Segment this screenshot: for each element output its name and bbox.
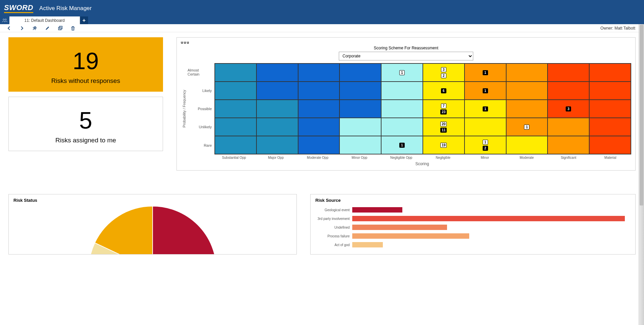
scrollbar[interactable] bbox=[639, 24, 644, 325]
bar-label: Process failure bbox=[315, 234, 352, 238]
matrix-badge[interactable]: 11 bbox=[440, 128, 447, 133]
pie-chart[interactable] bbox=[89, 206, 216, 254]
matrix-cell[interactable] bbox=[506, 100, 548, 118]
add-tab-button[interactable]: + bbox=[80, 16, 88, 24]
risk-status-panel: Risk Status bbox=[8, 194, 297, 254]
scheme-select[interactable]: Corporate bbox=[339, 52, 473, 60]
matrix-badge[interactable]: 1 bbox=[483, 106, 488, 111]
matrix-cell[interactable] bbox=[465, 118, 506, 136]
matrix-cell[interactable] bbox=[339, 118, 381, 136]
matrix-cell[interactable] bbox=[256, 63, 298, 82]
matrix-cell[interactable]: 723 bbox=[423, 100, 465, 118]
matrix-cell[interactable] bbox=[256, 118, 298, 136]
matrix-cell[interactable] bbox=[215, 100, 256, 118]
matrix-cell[interactable] bbox=[506, 82, 548, 100]
x-tick: Negligible bbox=[422, 154, 464, 159]
matrix-cell[interactable] bbox=[256, 100, 298, 118]
matrix-cell[interactable]: 2011 bbox=[423, 118, 465, 136]
matrix-cell[interactable]: 32 bbox=[423, 63, 465, 82]
y-tick: Possible bbox=[188, 100, 214, 118]
matrix-cell[interactable] bbox=[298, 100, 340, 118]
matrix-cell[interactable] bbox=[381, 118, 423, 136]
matrix-cell[interactable] bbox=[589, 100, 631, 118]
svg-rect-3 bbox=[59, 26, 62, 29]
kpi-risks-assigned-to-me[interactable]: 5 Risks assigned to me bbox=[8, 97, 163, 151]
tab-label: 11: Default Dashboard bbox=[24, 18, 65, 23]
matrix-cell[interactable] bbox=[215, 82, 256, 100]
matrix-badge[interactable]: 19 bbox=[440, 143, 447, 148]
matrix-cell[interactable] bbox=[548, 63, 589, 82]
x-axis-label: Scoring bbox=[213, 161, 631, 166]
bar-label: 3rd party involvement bbox=[315, 217, 352, 221]
matrix-badge[interactable]: 6 bbox=[441, 88, 446, 93]
matrix-cell[interactable] bbox=[381, 100, 423, 118]
matrix-cell[interactable] bbox=[215, 136, 256, 154]
matrix-cell[interactable] bbox=[381, 82, 423, 100]
bar-row[interactable]: Process failure bbox=[315, 232, 631, 240]
matrix-badge[interactable]: 2 bbox=[441, 73, 446, 78]
matrix-cell[interactable] bbox=[298, 63, 340, 82]
matrix-cell[interactable] bbox=[506, 136, 548, 154]
scrollbar-thumb[interactable] bbox=[640, 25, 643, 205]
matrix-cell[interactable] bbox=[339, 100, 381, 118]
matrix-cell[interactable] bbox=[298, 118, 340, 136]
matrix-badge[interactable]: 1 bbox=[483, 70, 488, 75]
matrix-cell[interactable]: 1 bbox=[465, 82, 506, 100]
bar-row[interactable]: Act of god bbox=[315, 240, 631, 249]
risk-matrix-grid[interactable]: 132161723132011111912 bbox=[214, 63, 631, 154]
matrix-cell[interactable]: 12 bbox=[465, 136, 506, 154]
matrix-cell[interactable] bbox=[298, 136, 340, 154]
matrix-badge[interactable]: 20 bbox=[440, 122, 447, 127]
matrix-cell[interactable] bbox=[589, 63, 631, 82]
matrix-cell[interactable]: 1 bbox=[506, 118, 548, 136]
dashboard: 19 Risks without responses 5 Risks assig… bbox=[0, 32, 644, 325]
matrix-cell[interactable] bbox=[339, 63, 381, 82]
matrix-badge[interactable]: 1 bbox=[399, 70, 405, 75]
matrix-cell[interactable]: 3 bbox=[548, 100, 589, 118]
matrix-cell[interactable]: 19 bbox=[423, 136, 465, 154]
bar-row[interactable]: Geological event bbox=[315, 205, 631, 214]
matrix-cell[interactable] bbox=[506, 63, 548, 82]
matrix-cell[interactable] bbox=[256, 82, 298, 100]
matrix-cell[interactable] bbox=[215, 118, 256, 136]
matrix-cell[interactable]: 1 bbox=[465, 100, 506, 118]
delete-button[interactable] bbox=[67, 24, 79, 32]
matrix-badge[interactable]: 7 bbox=[441, 103, 446, 108]
matrix-badge[interactable]: 1 bbox=[483, 140, 488, 145]
bar-label: Act of god bbox=[315, 243, 352, 247]
unpin-button[interactable] bbox=[28, 24, 41, 32]
bar-row[interactable]: Undefined bbox=[315, 223, 631, 232]
matrix-cell[interactable] bbox=[548, 136, 589, 154]
matrix-cell[interactable] bbox=[256, 136, 298, 154]
matrix-cell[interactable]: 1 bbox=[381, 63, 423, 82]
matrix-badge[interactable]: 3 bbox=[441, 67, 446, 72]
matrix-cell[interactable] bbox=[548, 82, 589, 100]
matrix-cell[interactable]: 1 bbox=[465, 63, 506, 82]
group-icon[interactable] bbox=[0, 16, 9, 24]
matrix-cell[interactable] bbox=[589, 136, 631, 154]
matrix-cell[interactable] bbox=[215, 63, 256, 82]
matrix-badge[interactable]: 3 bbox=[566, 106, 571, 111]
copy-button[interactable] bbox=[54, 24, 67, 32]
edit-button[interactable] bbox=[41, 24, 54, 32]
matrix-badge[interactable]: 1 bbox=[483, 88, 488, 93]
matrix-cell[interactable] bbox=[339, 82, 381, 100]
matrix-cell[interactable] bbox=[589, 118, 631, 136]
matrix-badge[interactable]: 2 bbox=[483, 146, 488, 151]
matrix-cell[interactable] bbox=[548, 118, 589, 136]
matrix-cell[interactable]: 6 bbox=[423, 82, 465, 100]
matrix-badge[interactable]: 1 bbox=[399, 143, 405, 148]
bar-row[interactable]: 3rd party involvement bbox=[315, 214, 631, 223]
matrix-badge[interactable]: 1 bbox=[524, 125, 529, 130]
tab-default-dashboard[interactable]: 11: Default Dashboard bbox=[9, 16, 80, 24]
matrix-cell[interactable] bbox=[298, 82, 340, 100]
matrix-cell[interactable] bbox=[589, 82, 631, 100]
matrix-badge[interactable]: 23 bbox=[440, 109, 447, 114]
forward-button[interactable] bbox=[15, 24, 28, 32]
matrix-cell[interactable]: 1 bbox=[381, 136, 423, 154]
bar-label: Undefined bbox=[315, 226, 352, 229]
matrix-cell[interactable] bbox=[339, 136, 381, 154]
bar-chart[interactable]: Geological event3rd party involvementUnd… bbox=[315, 205, 631, 249]
back-button[interactable] bbox=[3, 24, 15, 32]
kpi-risks-without-responses[interactable]: 19 Risks without responses bbox=[8, 37, 163, 92]
